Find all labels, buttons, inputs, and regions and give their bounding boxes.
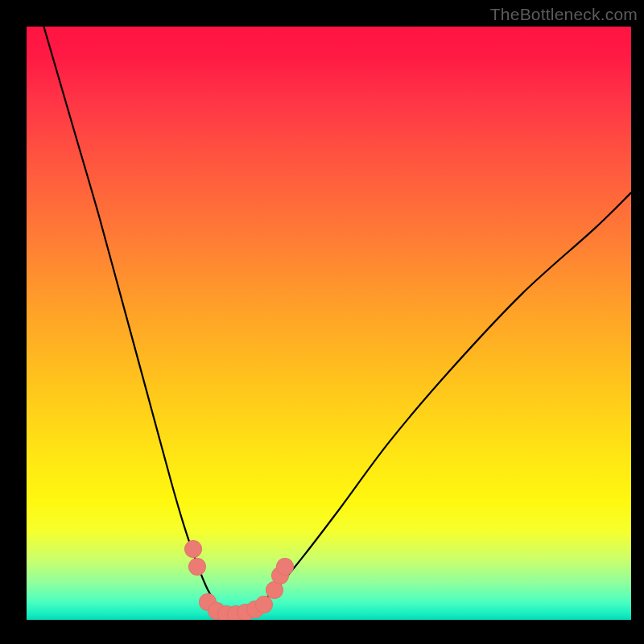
marker-group — [27, 27, 631, 620]
plot-area — [27, 27, 631, 620]
data-marker — [188, 558, 206, 576]
watermark-text: TheBottleneck.com — [490, 5, 638, 24]
data-marker — [276, 558, 294, 576]
data-marker — [184, 540, 202, 558]
chart-frame: TheBottleneck.com — [0, 0, 644, 644]
